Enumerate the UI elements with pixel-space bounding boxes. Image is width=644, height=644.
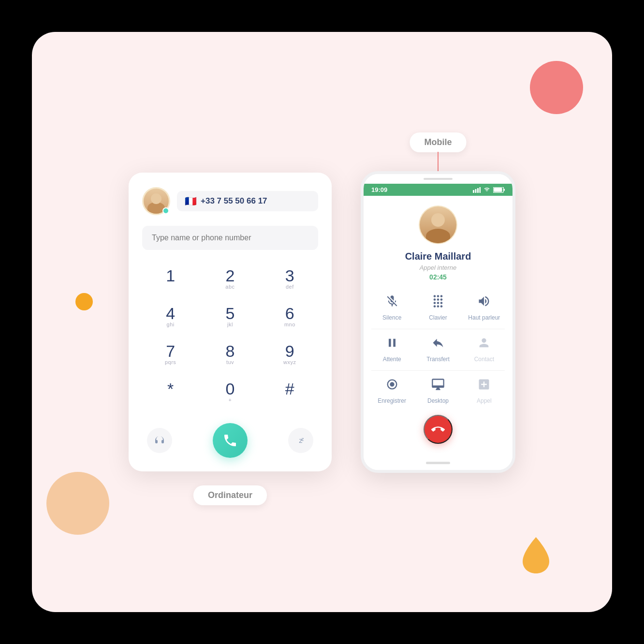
signal-icon: [473, 187, 481, 193]
clavier-label: Clavier: [429, 314, 447, 321]
transfer-icon: [427, 332, 449, 353]
phone-notch: [364, 174, 512, 184]
dialer-panel: 🇫🇷 +33 7 55 50 66 17 1 2 abc: [129, 173, 332, 471]
main-scene: 🇫🇷 +33 7 55 50 66 17 1 2 abc: [32, 32, 612, 612]
dial-key-hash[interactable]: #: [262, 375, 318, 410]
dial-key-9[interactable]: 9 wxyz: [262, 337, 318, 372]
record-icon: [381, 374, 403, 395]
dial-key-6[interactable]: 6 mno: [262, 299, 318, 334]
panels-container: 🇫🇷 +33 7 55 50 66 17 1 2 abc: [129, 171, 515, 473]
status-bar: 19:09: [364, 184, 512, 196]
contact-button[interactable]: Contact: [464, 332, 505, 363]
desktop-icon: [427, 374, 449, 395]
haut-parleur-label: Haut parleur: [468, 314, 500, 321]
contact-label: Contact: [474, 356, 494, 363]
pause-icon: [381, 332, 403, 353]
enregistrer-label: Enregistrer: [378, 397, 406, 404]
attente-button[interactable]: Attente: [371, 332, 412, 363]
end-call-button[interactable]: [424, 415, 453, 444]
call-timer: 02:45: [429, 273, 447, 281]
battery-icon: [493, 187, 505, 193]
silence-label: Silence: [382, 314, 401, 321]
deco-flame: [523, 537, 549, 573]
deco-circle-peach: [46, 472, 109, 535]
status-time: 19:09: [371, 186, 387, 193]
call-screen: Claire Maillard Appel interne 02:45: [364, 196, 512, 455]
phone-number-text: +33 7 55 50 66 17: [201, 196, 267, 206]
clavier-button[interactable]: Clavier: [417, 291, 458, 321]
dial-key-7[interactable]: 7 pqrs: [142, 337, 199, 372]
enregistrer-button[interactable]: Enregistrer: [371, 374, 412, 404]
svg-rect-4: [477, 188, 479, 193]
call-controls-row2: Attente Transfert: [371, 332, 505, 363]
end-call-area: [424, 415, 453, 444]
dial-key-3[interactable]: 3 def: [262, 262, 318, 296]
mobile-phone: 19:09: [361, 171, 515, 473]
dial-key-4[interactable]: 4 ghi: [142, 299, 199, 334]
controls-divider-2: [371, 370, 505, 371]
dial-key-1[interactable]: 1: [142, 262, 199, 296]
sleep-icon: z z: [295, 435, 307, 446]
haut-parleur-button[interactable]: Haut parleur: [464, 291, 505, 321]
mobile-connector-line: [438, 152, 439, 171]
desktop-button[interactable]: Desktop: [417, 374, 458, 404]
dial-key-star[interactable]: *: [142, 375, 199, 410]
phone-icon: [222, 433, 238, 448]
deco-circle-pink: [530, 61, 583, 114]
sleep-button[interactable]: z z: [288, 428, 313, 453]
call-avatar-inner: [420, 206, 456, 243]
call-avatar: [419, 205, 457, 244]
add-call-label: Appel: [477, 397, 492, 404]
attente-label: Attente: [383, 356, 401, 363]
phone-number-badge: 🇫🇷 +33 7 55 50 66 17: [177, 191, 318, 211]
transfert-button[interactable]: Transfert: [417, 332, 458, 363]
headset-button[interactable]: [147, 428, 172, 453]
online-status-dot: [162, 207, 169, 214]
controls-divider-1: [371, 329, 505, 329]
svg-rect-2: [473, 190, 474, 193]
dialer-header: 🇫🇷 +33 7 55 50 66 17: [142, 187, 318, 215]
dial-key-5[interactable]: 5 jkl: [202, 299, 258, 334]
call-controls-row1: Silence Clavier: [371, 291, 505, 321]
dialpad-icon: [427, 291, 449, 312]
transfert-label: Transfert: [426, 356, 450, 363]
contact-icon: [473, 332, 495, 353]
svg-rect-7: [504, 189, 505, 190]
dialer-avatar-wrapper: [142, 187, 170, 215]
silence-icon: [381, 291, 403, 312]
call-controls-row3: Enregistrer Desktop: [371, 374, 505, 404]
speaker-icon: [473, 291, 495, 312]
silence-button[interactable]: Silence: [371, 291, 412, 321]
dialer-panel-wrapper: 🇫🇷 +33 7 55 50 66 17 1 2 abc: [129, 173, 332, 471]
desktop-label: Desktop: [427, 397, 449, 404]
caller-name: Claire Maillard: [405, 251, 471, 262]
call-type: Appel interne: [420, 264, 457, 271]
mobile-panel-wrapper: Mobile 19:09: [361, 171, 515, 473]
ordinateur-label: Ordinateur: [193, 485, 267, 505]
dialer-actions: z z: [142, 423, 318, 458]
dial-key-8[interactable]: 8 tuv: [202, 337, 258, 372]
dial-key-0[interactable]: 0 +: [202, 375, 258, 410]
search-input[interactable]: [142, 226, 318, 250]
svg-rect-8: [494, 188, 502, 192]
svg-text:z: z: [302, 437, 304, 442]
dialpad: 1 2 abc 3 def 4 ghi: [142, 262, 318, 410]
flag-icon: 🇫🇷: [185, 195, 197, 207]
svg-rect-3: [475, 189, 477, 193]
notch-bar: [424, 178, 453, 180]
end-call-icon: [431, 423, 445, 436]
call-button[interactable]: [213, 423, 248, 458]
dial-key-2[interactable]: 2 abc: [202, 262, 258, 296]
status-bar-right: [473, 187, 505, 193]
svg-rect-5: [480, 187, 481, 193]
deco-circle-orange: [75, 293, 93, 310]
headset-icon: [154, 435, 165, 446]
add-call-icon: [473, 374, 495, 395]
wifi-icon: [483, 187, 491, 193]
svg-point-10: [390, 382, 394, 386]
add-call-button[interactable]: Appel: [464, 374, 505, 404]
home-bar: [426, 462, 450, 464]
mobile-label: Mobile: [410, 132, 467, 152]
home-indicator: [364, 455, 512, 470]
